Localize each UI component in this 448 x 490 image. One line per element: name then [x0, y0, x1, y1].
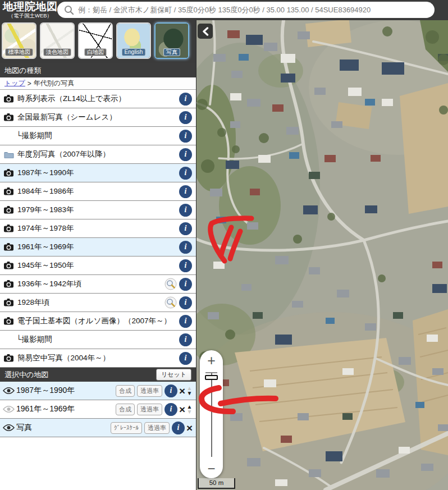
basemap-thumb-photo[interactable]: 写真: [154, 22, 189, 59]
app-title-main: 地理院地図: [3, 1, 58, 12]
collapse-sidebar-button[interactable]: [198, 24, 213, 39]
visibility-eye-icon-hidden[interactable]: [3, 405, 16, 413]
map-type-item[interactable]: └撮影期間 i: [0, 331, 196, 349]
camera-icon: [4, 243, 17, 251]
map-type-label: 1936年～1942年頃: [17, 279, 163, 289]
info-icon[interactable]: i: [179, 333, 192, 346]
remove-layer-icon[interactable]: ×: [179, 386, 185, 396]
breadcrumb: トップ > 年代別の写真: [0, 77, 196, 90]
map-type-item[interactable]: 簡易空中写真（2004年～） i: [0, 349, 196, 368]
app-header: 地理院地図 （電子国土WEB）: [0, 0, 448, 20]
move-down-icon[interactable]: ▼: [187, 391, 193, 396]
info-icon[interactable]: i: [179, 148, 192, 161]
info-icon[interactable]: i: [179, 185, 192, 198]
map-type-item[interactable]: 時系列表示（ZL14以上で表示） i: [0, 90, 196, 108]
map-types-title: 地図の種類: [4, 66, 41, 76]
map-scale-bar: 50 m: [198, 478, 235, 489]
breadcrumb-home-link[interactable]: トップ: [4, 79, 25, 88]
zoom-slider-handle[interactable]: [205, 375, 218, 380]
info-icon[interactable]: i: [179, 130, 192, 143]
map-type-item[interactable]: └撮影期間 i: [0, 127, 196, 145]
remove-layer-icon[interactable]: ×: [186, 423, 193, 433]
reset-button[interactable]: リセット: [156, 369, 191, 381]
info-icon[interactable]: i: [179, 241, 192, 254]
zoom-in-button[interactable]: +: [200, 351, 223, 369]
info-icon[interactable]: i: [179, 93, 192, 106]
map-type-label: 1979年～1983年: [17, 205, 177, 215]
info-icon[interactable]: i: [179, 204, 192, 217]
opacity-button[interactable]: 透過率: [137, 385, 162, 397]
camera-icon: [4, 317, 17, 325]
search-bar[interactable]: [57, 2, 435, 18]
basemap-thumb-pale[interactable]: 淡色地図: [40, 22, 75, 59]
magnifier-icon[interactable]: [164, 296, 177, 309]
info-icon[interactable]: i: [179, 167, 192, 180]
selected-layer-row: 1961年～1969年 合成 透過率 i × ▲ ▼: [0, 400, 196, 419]
info-icon[interactable]: i: [164, 384, 177, 397]
basemap-thumb-standard[interactable]: 標準地図: [2, 22, 36, 59]
camera-icon: [4, 187, 17, 195]
map-type-item[interactable]: 1979年～1983年 i: [0, 201, 196, 219]
info-icon[interactable]: i: [179, 259, 192, 272]
map-type-item[interactable]: 電子国土基本図（オルソ画像）（2007年～） i: [0, 312, 196, 331]
chevron-left-icon: [202, 27, 209, 36]
info-icon[interactable]: i: [172, 422, 185, 434]
blend-button[interactable]: 合成: [116, 404, 135, 415]
basemap-thumb-english[interactable]: English: [116, 22, 151, 59]
opacity-button[interactable]: 透過率: [144, 422, 170, 434]
zoom-slider-track[interactable]: [211, 373, 212, 457]
map-type-item[interactable]: 1974年～1978年 i: [0, 219, 196, 238]
camera-icon: [4, 299, 17, 306]
info-icon[interactable]: i: [179, 111, 192, 124]
remove-layer-icon[interactable]: ×: [179, 404, 185, 415]
info-icon[interactable]: i: [179, 278, 192, 291]
basemap-thumb-blank[interactable]: 白地図: [78, 22, 113, 59]
info-icon[interactable]: i: [179, 296, 192, 309]
map-type-item[interactable]: 1945年～1950年 i: [0, 257, 196, 275]
info-icon[interactable]: i: [179, 222, 192, 235]
camera-icon: [4, 280, 17, 288]
map-type-item[interactable]: 全国最新写真（シームレス） i: [0, 108, 196, 127]
map-type-label: 1984年～1986年: [17, 186, 177, 196]
layer-label: 1987年～1990年: [16, 386, 113, 396]
breadcrumb-current: 年代別の写真: [34, 79, 74, 88]
basemap-label: 写真: [163, 48, 180, 56]
move-down-icon[interactable]: ▼: [187, 409, 193, 414]
map-type-label: 全国最新写真（シームレス）: [17, 112, 177, 122]
camera-icon: [4, 225, 17, 232]
basemap-label: English: [122, 48, 146, 56]
basemap-label: 淡色地図: [43, 48, 71, 56]
map-type-item[interactable]: 1936年～1942年頃 i: [0, 275, 196, 294]
layer-label: 写真: [16, 423, 108, 433]
visibility-eye-icon[interactable]: [3, 387, 16, 395]
info-icon[interactable]: i: [179, 352, 192, 365]
zoom-out-button[interactable]: −: [200, 460, 223, 477]
opacity-button[interactable]: 透過率: [137, 404, 162, 415]
map-type-label: └撮影期間: [4, 335, 177, 345]
sidebar-empty-area: [0, 437, 196, 490]
map-type-label: 1928年頃: [17, 297, 163, 308]
visibility-eye-icon[interactable]: [3, 424, 16, 432]
selected-layer-row: 写真 ｸﾞﾚｰｽｹｰﾙ 透過率 i ×: [0, 419, 196, 437]
info-icon[interactable]: i: [179, 315, 192, 328]
map-type-label: 1974年～1978年: [17, 223, 177, 233]
camera-icon: [4, 206, 17, 214]
layer-label: 1961年～1969年: [16, 404, 113, 414]
selected-maps-title: 選択中の地図: [4, 370, 48, 380]
camera-icon: [4, 95, 17, 103]
map-type-item[interactable]: 1987年～1990年 i: [0, 164, 196, 182]
map-type-item[interactable]: 1984年～1986年 i: [0, 182, 196, 201]
layer-sidebar: 標準地図 淡色地図 白地図 English 写真 地図の種類 トップ > 年代別…: [0, 20, 196, 490]
map-type-item[interactable]: 1961年～1969年 i: [0, 238, 196, 257]
basemap-selector: 標準地図 淡色地図 白地図 English 写真: [0, 20, 196, 63]
map-viewport[interactable]: + − 50 m: [196, 20, 448, 490]
aerial-photo[interactable]: [196, 20, 448, 490]
grayscale-button[interactable]: ｸﾞﾚｰｽｹｰﾙ: [111, 422, 142, 434]
map-type-item[interactable]: 年度別写真（2007年以降） i: [0, 145, 196, 164]
search-input[interactable]: [78, 6, 428, 14]
folder-icon: [4, 151, 17, 158]
magnifier-icon[interactable]: [164, 278, 177, 290]
info-icon[interactable]: i: [164, 403, 177, 416]
blend-button[interactable]: 合成: [116, 385, 135, 397]
map-type-item[interactable]: 1928年頃 i: [0, 294, 196, 312]
